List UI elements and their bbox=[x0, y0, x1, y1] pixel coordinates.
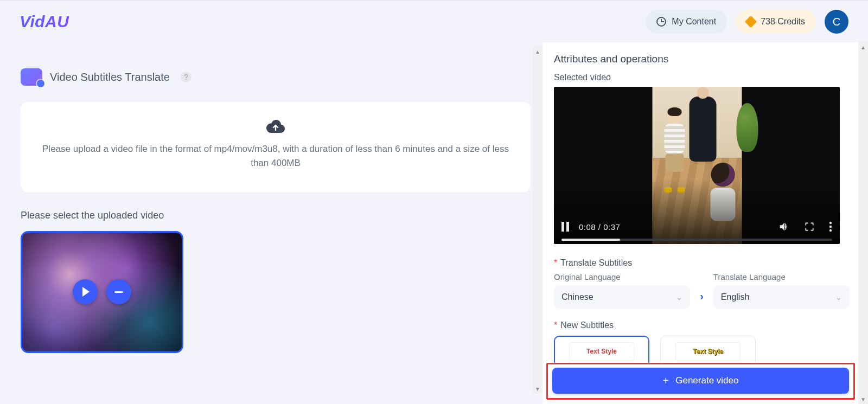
translate-section-label: *Translate Subtitles bbox=[554, 258, 850, 268]
translate-language-label: Translate Language bbox=[713, 272, 850, 281]
selected-video-label: Selected video bbox=[554, 73, 850, 82]
select-uploaded-label: Please select the uploaded video bbox=[21, 210, 542, 221]
play-icon bbox=[82, 287, 90, 297]
credits-label: 738 Credits bbox=[761, 17, 805, 27]
clock-icon bbox=[656, 17, 666, 27]
scroll-up-icon[interactable]: ▲ bbox=[858, 42, 868, 52]
avatar[interactable]: C bbox=[825, 10, 848, 34]
page-title: Video Subtitles Translate bbox=[50, 71, 170, 84]
original-language-label: Original Language bbox=[554, 272, 690, 281]
app-header: VidAU My Content 738 Credits C bbox=[0, 0, 868, 42]
more-icon[interactable] bbox=[829, 221, 832, 232]
chevron-down-icon: ⌄ bbox=[676, 293, 682, 302]
my-content-label: My Content bbox=[672, 17, 716, 27]
scroll-down-icon[interactable]: ▼ bbox=[533, 384, 542, 394]
original-language-select[interactable]: Chinese ⌄ bbox=[554, 286, 690, 309]
scroll-up-icon[interactable]: ▲ bbox=[533, 47, 542, 56]
scroll-down-icon[interactable]: ▼ bbox=[858, 394, 868, 404]
video-time: 0:08 / 0:37 bbox=[579, 222, 620, 232]
attributes-title: Attributes and operations bbox=[554, 53, 850, 65]
right-panel: Attributes and operations Selected video… bbox=[542, 42, 868, 404]
plus-icon: + bbox=[663, 375, 669, 386]
svg-point-2 bbox=[829, 229, 832, 232]
thumbnail-remove-button[interactable] bbox=[106, 279, 131, 304]
feature-icon bbox=[21, 68, 42, 86]
chevron-down-icon: ⌄ bbox=[835, 293, 842, 302]
logo: VidAU bbox=[20, 12, 69, 31]
left-scrollbar[interactable]: ▲ ▼ bbox=[533, 47, 542, 394]
volume-icon[interactable] bbox=[778, 221, 790, 233]
video-player[interactable]: 0:08 / 0:37 bbox=[554, 87, 840, 244]
new-subtitles-label: *New Subtitles bbox=[554, 320, 850, 330]
generate-video-button[interactable]: + Generate video bbox=[552, 368, 849, 394]
thumbnail-play-button[interactable] bbox=[73, 279, 98, 304]
arrow-right-icon: › bbox=[700, 278, 704, 303]
cloud-upload-icon bbox=[266, 118, 285, 134]
credits-button[interactable]: 738 Credits bbox=[736, 10, 816, 34]
minus-icon bbox=[114, 291, 123, 293]
svg-point-1 bbox=[829, 226, 832, 228]
left-panel: Video Subtitles Translate ? Please uploa… bbox=[0, 42, 542, 404]
video-progress[interactable] bbox=[561, 239, 832, 241]
fullscreen-icon[interactable] bbox=[804, 221, 815, 232]
right-scrollbar[interactable]: ▲ ▼ bbox=[858, 42, 868, 404]
help-icon[interactable]: ? bbox=[181, 72, 192, 82]
pause-button[interactable] bbox=[561, 222, 569, 232]
video-thumbnail[interactable] bbox=[21, 231, 183, 353]
upload-instructions: Please upload a video file in the format… bbox=[42, 142, 509, 171]
my-content-button[interactable]: My Content bbox=[646, 10, 727, 34]
upload-dropzone[interactable]: Please upload a video file in the format… bbox=[21, 102, 531, 193]
translate-language-select[interactable]: English ⌄ bbox=[713, 286, 850, 309]
diamond-icon bbox=[745, 16, 757, 28]
svg-point-0 bbox=[829, 222, 832, 224]
generate-highlight: + Generate video bbox=[546, 363, 855, 400]
